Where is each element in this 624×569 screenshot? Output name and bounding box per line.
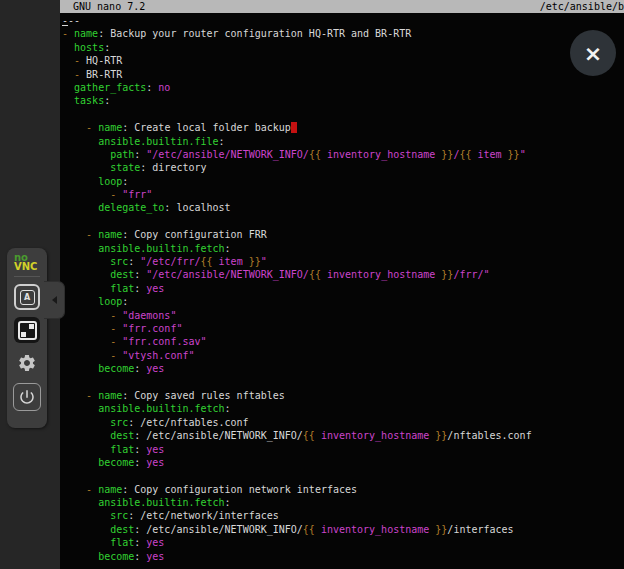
- nano-app-title: GNU nano 7.2: [60, 0, 145, 13]
- editor-line: ansible.builtin.fetch:: [62, 242, 624, 255]
- power-icon: [18, 388, 36, 406]
- desktop: { "titlebar": { "app": "GNU nano 7.2", "…: [0, 0, 624, 569]
- editor-line: - name: Backup your router configuration…: [62, 27, 624, 40]
- control-bar-handle[interactable]: [44, 281, 65, 319]
- gear-icon: [17, 353, 37, 373]
- editor-line: hosts:: [62, 41, 624, 54]
- editor-line: dest: "/etc/ansible/NETWORK_INFO/{{ inve…: [62, 268, 624, 281]
- editor-line: - "daemons": [62, 309, 624, 322]
- editor-line: - "vtysh.conf": [62, 349, 624, 362]
- editor-line: ansible.builtin.file:: [62, 135, 624, 148]
- editor-line: - BR-RTR: [62, 68, 624, 81]
- editor-line: gather_facts: no: [62, 81, 624, 94]
- editor-line: src: /etc/network/interfaces: [62, 509, 624, 522]
- editor-line: dest: /etc/ansible/NETWORK_INFO/{{ inven…: [62, 523, 624, 536]
- editor-line: dest: /etc/ansible/NETWORK_INFO/{{ inven…: [62, 429, 624, 442]
- fullscreen-button[interactable]: [14, 317, 40, 343]
- keyboard-icon: A: [20, 290, 35, 305]
- editor[interactable]: ---- name: Backup your router configurat…: [60, 13, 624, 563]
- editor-line: ansible.builtin.fetch:: [62, 402, 624, 415]
- terminal-window: GNU nano 7.2 /etc/ansible/b ---- name: B…: [60, 0, 624, 569]
- editor-line: src: /etc/nftables.conf: [62, 416, 624, 429]
- editor-line: path: "/etc/ansible/NETWORK_INFO/{{ inve…: [62, 148, 624, 161]
- vnc-control-bar: no VNC A: [7, 248, 47, 428]
- editor-line: - name: Copy configuration FRR: [62, 228, 624, 241]
- editor-line: [62, 215, 624, 228]
- power-button[interactable]: [13, 383, 41, 411]
- editor-line: [62, 469, 624, 482]
- editor-line: loop:: [62, 175, 624, 188]
- editor-line: become: yes: [62, 550, 624, 563]
- editor-line: loop:: [62, 295, 624, 308]
- editor-line: - HQ-RTR: [62, 54, 624, 67]
- editor-line: become: yes: [62, 456, 624, 469]
- editor-line: tasks:: [62, 94, 624, 107]
- editor-line: flat: yes: [62, 443, 624, 456]
- editor-line: [62, 376, 624, 389]
- novnc-logo: no VNC: [14, 253, 40, 277]
- editor-line: flat: yes: [62, 282, 624, 295]
- nano-file-path: /etc/ansible/b: [540, 0, 624, 13]
- settings-button[interactable]: [14, 350, 40, 376]
- editor-line: become: yes: [62, 362, 624, 375]
- nano-titlebar: GNU nano 7.2 /etc/ansible/b: [60, 0, 624, 13]
- editor-line: delegate_to: localhost: [62, 201, 624, 214]
- close-icon: ×: [584, 41, 602, 66]
- editor-line: - name: Create local folder backup: [62, 121, 624, 134]
- editor-line: [62, 108, 624, 121]
- editor-line: - name: Copy configuration network inter…: [62, 483, 624, 496]
- novnc-logo-vnc: VNC: [14, 262, 40, 271]
- text-cursor: [291, 122, 297, 133]
- close-button[interactable]: ×: [570, 30, 616, 76]
- editor-line: - name: Copy saved rules nftables: [62, 389, 624, 402]
- keyboard-button[interactable]: A: [14, 284, 40, 310]
- editor-line: src: "/etc/frr/{{ item }}": [62, 255, 624, 268]
- fullscreen-icon: [18, 321, 37, 340]
- editor-line: ansible.builtin.fetch:: [62, 496, 624, 509]
- editor-line: state: directory: [62, 161, 624, 174]
- collapse-arrow-icon: [52, 296, 57, 304]
- editor-line: flat: yes: [62, 536, 624, 549]
- editor-line: - "frr": [62, 188, 624, 201]
- editor-line: - "frr.conf.sav": [62, 335, 624, 348]
- editor-line: - "frr.conf": [62, 322, 624, 335]
- editor-line: ---: [62, 14, 624, 27]
